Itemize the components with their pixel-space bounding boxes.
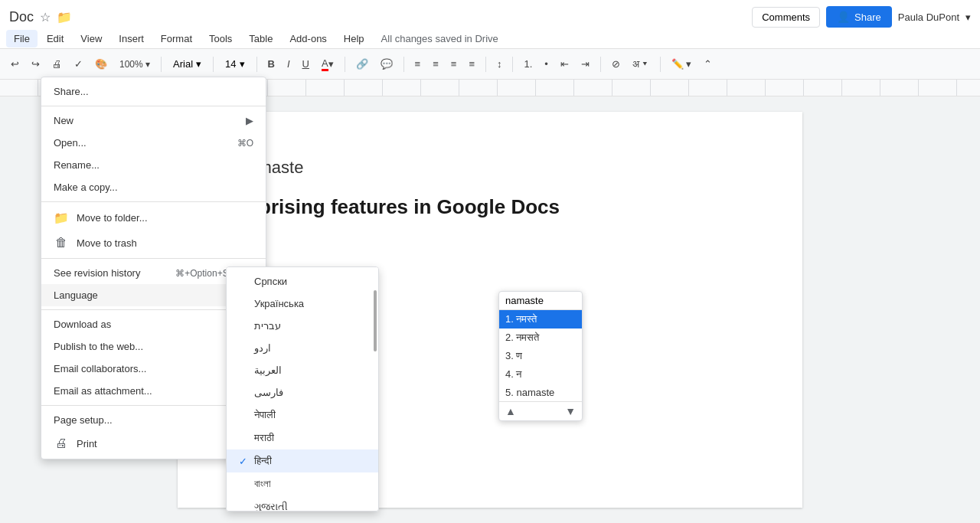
lang-urdu[interactable]: اردو xyxy=(227,337,378,359)
share-menu-label: Share... xyxy=(54,86,89,97)
toolbar-redo[interactable]: ↪ xyxy=(27,55,44,73)
rename-label: Rename... xyxy=(54,159,100,171)
toolbar-italic[interactable]: I xyxy=(283,55,295,73)
toolbar-clear-format[interactable]: ⊘ xyxy=(607,55,625,73)
text-color-dropdown[interactable]: ▾ xyxy=(328,58,334,70)
open-label: Open... xyxy=(54,137,87,149)
folder-icon[interactable]: 📁 xyxy=(57,10,72,25)
email-attach-label: Email as attachment... xyxy=(54,385,152,397)
toolbar-numbered-list[interactable]: 1. xyxy=(519,55,537,73)
revision-label: See revision history xyxy=(54,267,140,279)
lang-ukrainian[interactable]: Українська xyxy=(227,293,378,315)
file-menu-trash[interactable]: 🗑 Move to trash xyxy=(41,230,266,255)
share-icon: 👤 xyxy=(837,11,850,23)
file-menu-new[interactable]: New ▶ xyxy=(41,110,266,132)
share-button[interactable]: 👤 Share xyxy=(826,6,892,28)
toolbar-link[interactable]: 🔗 xyxy=(351,55,373,73)
toolbar-undo[interactable]: ↩ xyxy=(6,55,24,73)
menu-format[interactable]: Format xyxy=(153,30,200,47)
lang-arabic[interactable]: العربية xyxy=(227,359,378,381)
toolbar-align-center[interactable]: ≡ xyxy=(428,55,443,73)
lang-marathi[interactable]: मराठी xyxy=(227,427,378,449)
lang-hindi[interactable]: ✓ हिन्दी xyxy=(227,449,378,472)
user-name[interactable]: Paula DuPont xyxy=(898,11,959,23)
file-menu-open[interactable]: Open... ⌘O xyxy=(41,132,266,154)
toolbar-decrease-indent[interactable]: ⇤ xyxy=(556,55,573,73)
toolbar-input-tools[interactable]: अ ▾ xyxy=(628,55,654,74)
open-shortcut: ⌘O xyxy=(237,138,253,149)
font-size-selector[interactable]: 14 ▾ xyxy=(220,55,250,73)
toolbar-collapse[interactable]: ⌃ xyxy=(699,55,717,73)
page-setup-label: Page setup... xyxy=(54,414,113,426)
menu-view[interactable]: View xyxy=(73,30,109,47)
namaste-word: hamaste xyxy=(239,158,741,178)
toolbar-underline[interactable]: U xyxy=(298,55,314,73)
submenu-scrollbar[interactable] xyxy=(374,290,377,351)
menu-addons[interactable]: Add-ons xyxy=(282,30,334,47)
toolbar-bold[interactable]: B xyxy=(263,55,279,73)
autocorrect-option-1[interactable]: 1. नमस्ते xyxy=(499,310,582,329)
toolbar-text-color[interactable]: A ▾ xyxy=(317,54,338,74)
toolbar-pencil[interactable]: ✏️ ▾ xyxy=(667,55,697,73)
toolbar-bullet-list[interactable]: • xyxy=(540,55,553,73)
lang-hebrew[interactable]: עברית xyxy=(227,315,378,337)
toolbar-align-right[interactable]: ≡ xyxy=(446,55,462,73)
toolbar-spellcheck[interactable]: ✓ xyxy=(70,55,87,73)
download-label: Download as xyxy=(54,319,111,330)
new-label: New xyxy=(54,115,74,126)
font-dropdown-icon: ▾ xyxy=(196,58,201,70)
toolbar-align-left[interactable]: ≡ xyxy=(410,55,426,73)
menu-file[interactable]: File xyxy=(6,30,38,47)
user-area: Comments 👤 Share Paula DuPont ▾ xyxy=(752,6,971,28)
font-size-dropdown-icon: ▾ xyxy=(240,58,245,70)
autosave-status: All changes saved in Drive xyxy=(381,33,498,44)
autocorrect-option-5[interactable]: 5. namaste xyxy=(499,384,582,401)
language-submenu: Српски Українська עברית اردو العربية فار… xyxy=(226,266,379,512)
menu-help[interactable]: Help xyxy=(336,30,372,47)
file-menu-share[interactable]: Share... xyxy=(41,80,266,103)
autocorrect-option-4[interactable]: 4. न xyxy=(499,365,582,384)
lang-persian[interactable]: فارسی xyxy=(227,381,378,404)
user-dropdown-icon[interactable]: ▾ xyxy=(965,11,971,23)
autocorrect-popup: 1. नमस्ते 2. नमसते 3. ण 4. न 5. namaste … xyxy=(498,291,583,421)
autocorrect-input[interactable] xyxy=(505,295,576,306)
autocorrect-nav-row: ▲ ▼ xyxy=(499,401,582,420)
comments-button[interactable]: Comments xyxy=(752,7,820,28)
file-menu-rename[interactable]: Rename... xyxy=(41,154,266,176)
autocorrect-option-2[interactable]: 2. नमसते xyxy=(499,329,582,347)
autocorrect-option-3[interactable]: 3. ण xyxy=(499,347,582,365)
share-label: Share xyxy=(854,11,881,23)
star-icon[interactable]: ☆ xyxy=(40,10,51,25)
menu-insert[interactable]: Insert xyxy=(111,30,152,47)
autocorrect-input-row xyxy=(499,292,582,310)
lang-nepali[interactable]: नेपाली xyxy=(227,404,378,427)
menu-table[interactable]: Table xyxy=(241,30,280,47)
lang-gujarati[interactable]: ગુજરાતી xyxy=(227,495,378,512)
toolbar-line-spacing[interactable]: ↕ xyxy=(492,55,507,73)
autocorrect-nav-up[interactable]: ▲ xyxy=(505,405,516,417)
publish-label: Publish to the web... xyxy=(54,341,143,352)
font-size: 14 xyxy=(225,58,236,70)
toolbar-comment[interactable]: 💬 xyxy=(376,55,397,73)
lang-serbian[interactable]: Српски xyxy=(227,270,378,293)
file-menu-copy[interactable]: Make a copy... xyxy=(41,176,266,198)
doc-title[interactable]: Doc xyxy=(9,9,34,25)
text-color-label: A xyxy=(322,57,328,71)
toolbar-paint[interactable]: 🎨 xyxy=(90,55,112,73)
language-label: Language xyxy=(54,289,98,301)
trash-label: Move to trash xyxy=(77,237,137,249)
file-menu-move-folder[interactable]: 📁 Move to folder... xyxy=(41,205,266,230)
font-selector[interactable]: Arial ▾ xyxy=(168,55,207,73)
lang-bengali[interactable]: বাংলা xyxy=(227,472,378,495)
print-menu-icon: 🖨 xyxy=(54,436,69,450)
toolbar-align-justify[interactable]: ≡ xyxy=(464,55,479,73)
move-folder-label: Move to folder... xyxy=(77,212,148,224)
font-name: Arial xyxy=(173,58,193,70)
toolbar-zoom[interactable]: 100% ▾ xyxy=(115,56,155,73)
autocorrect-nav-down[interactable]: ▼ xyxy=(565,405,576,417)
print-label: Print xyxy=(77,438,97,449)
toolbar-print[interactable]: 🖨 xyxy=(47,55,67,73)
toolbar-increase-indent[interactable]: ⇥ xyxy=(577,55,594,73)
menu-tools[interactable]: Tools xyxy=(201,30,240,47)
menu-edit[interactable]: Edit xyxy=(39,30,71,47)
